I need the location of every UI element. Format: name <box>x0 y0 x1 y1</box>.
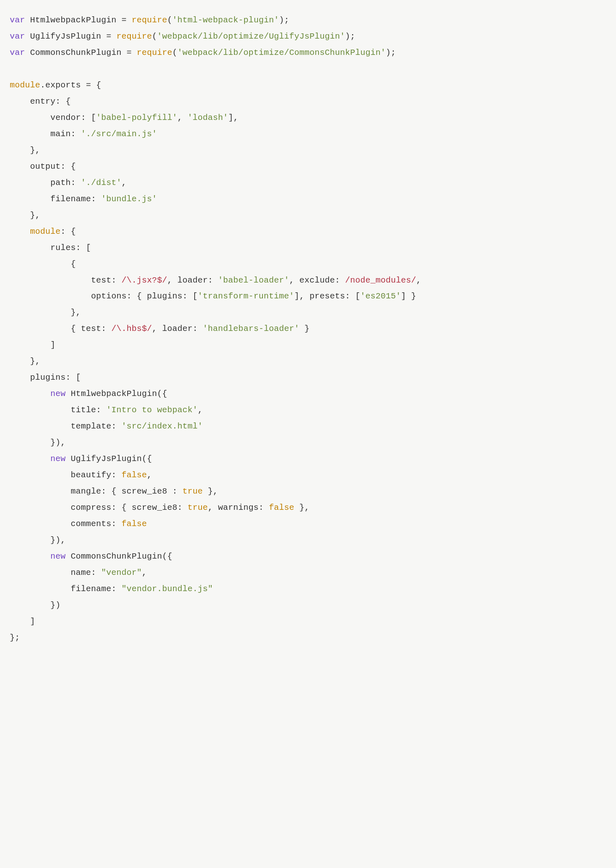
code-token-id: , <box>142 568 147 577</box>
code-token-id: ], <box>228 113 239 122</box>
code-token-id: filename: <box>10 584 121 594</box>
code-token-id: }, <box>10 146 40 155</box>
code-token-fn: require <box>117 32 152 41</box>
code-block: var HtmlwebpackPlugin = require('html-we… <box>10 12 606 646</box>
code-token-id: }, <box>203 487 218 496</box>
code-token-kw: var <box>10 15 25 25</box>
code-token-bool: false <box>121 470 147 480</box>
code-token-fn: require <box>132 15 167 25</box>
code-token-id: , warnings: <box>208 503 269 512</box>
code-token-str: 'webpack/lib/optimize/CommonsChunkPlugin… <box>178 48 386 57</box>
code-token-id: template: <box>10 422 121 431</box>
code-token-id: HtmlwebpackPlugin({ <box>66 389 167 398</box>
code-token-id: ] <box>10 617 35 626</box>
code-token-id: , loader: <box>152 324 203 333</box>
code-token-str: 'src/index.html' <box>121 422 203 431</box>
code-token-mod: module <box>30 227 61 236</box>
code-token-id: test: <box>10 276 121 285</box>
code-token-id: plugins: [ <box>10 373 81 382</box>
code-token-bool: false <box>269 503 295 512</box>
code-token-id: compress: { screw_ie8: <box>10 503 188 512</box>
code-token-re: /\.jsx?$/ <box>121 276 167 285</box>
code-token-str: 'lodash' <box>188 113 228 122</box>
code-token-id: }) <box>10 600 61 610</box>
code-token-punc: ); <box>386 48 396 57</box>
code-token-punc: ( <box>152 32 157 41</box>
code-token-bool: true <box>188 503 208 512</box>
code-token-kw: var <box>10 32 25 41</box>
code-token-id: ], presets: [ <box>294 292 360 301</box>
code-token-new: new <box>50 552 66 561</box>
code-token-id <box>10 454 50 463</box>
code-token-re: /node_modules/ <box>345 276 416 285</box>
code-token-punc: ); <box>345 32 355 41</box>
code-token-id: }), <box>10 438 66 447</box>
code-token-id: , exclude: <box>289 276 345 285</box>
code-token-id <box>10 552 50 561</box>
code-token-kw: var <box>10 48 25 57</box>
code-token-id: vendor: [ <box>10 113 96 122</box>
code-token-id: CommonsChunkPlugin = <box>25 48 137 57</box>
code-token-id: filename: <box>10 194 101 204</box>
code-token-str: 'handlebars-loader' <box>203 324 299 333</box>
code-token-id: ] } <box>401 292 416 301</box>
code-token-id: beautify: <box>10 470 121 480</box>
code-token-id: , <box>147 470 152 480</box>
code-token-str: './src/main.js' <box>81 129 157 139</box>
code-token-str: 'es2015' <box>360 292 401 301</box>
code-token-re: /\.hbs$/ <box>111 324 152 333</box>
code-token-str: 'Intro to webpack' <box>106 405 198 415</box>
code-token-id: UglifyJsPlugin = <box>25 32 117 41</box>
code-token-id: path: <box>10 178 81 187</box>
code-token-id: .exports = { <box>40 80 101 90</box>
code-token-str: 'transform-runtime' <box>198 292 295 301</box>
code-token-id: , loader: <box>167 276 218 285</box>
code-token-id: : { <box>61 227 76 236</box>
code-token-id: , <box>416 276 421 285</box>
code-token-id: CommonsChunkPlugin({ <box>66 552 173 561</box>
code-token-id: }, <box>10 308 81 317</box>
code-token-id: }), <box>10 535 66 545</box>
code-token-mod: module <box>10 80 40 90</box>
code-token-fn: require <box>137 48 173 57</box>
code-token-punc: ); <box>279 15 289 25</box>
code-token-punc: ( <box>167 15 173 25</box>
code-token-id: , <box>121 178 127 187</box>
code-token-id: { <box>10 259 76 269</box>
code-token-id: } <box>299 324 310 333</box>
code-token-bool: true <box>182 487 203 496</box>
code-token-str: "vendor.bundle.js" <box>121 584 213 594</box>
code-token-id: HtmlwebpackPlugin = <box>25 15 132 25</box>
code-token-new: new <box>50 389 66 398</box>
code-token-punc: ( <box>172 48 178 57</box>
code-token-id: comments: <box>10 519 121 529</box>
code-token-str: 'babel-polyfill' <box>96 113 178 122</box>
code-token-str: 'webpack/lib/optimize/UglifyJsPlugin' <box>157 32 345 41</box>
code-token-id: entry: { <box>10 97 71 106</box>
code-token-str: 'html-webpack-plugin' <box>172 15 279 25</box>
code-token-str: './dist' <box>81 178 121 187</box>
code-token-id: , <box>198 405 203 415</box>
code-token-str: 'bundle.js' <box>101 194 157 204</box>
code-token-id: title: <box>10 405 106 415</box>
code-token-id: options: { plugins: [ <box>10 292 198 301</box>
code-token-id: { test: <box>10 324 111 333</box>
code-token-id: }, <box>10 357 40 366</box>
code-token-id: UglifyJsPlugin({ <box>66 454 152 463</box>
code-token-bool: false <box>121 519 147 529</box>
code-token-id <box>10 389 50 398</box>
code-token-id <box>10 227 30 236</box>
code-token-id: output: { <box>10 162 76 171</box>
code-token-id: name: <box>10 568 101 577</box>
code-token-id: mangle: { screw_ie8 : <box>10 487 182 496</box>
code-token-id: , <box>178 113 188 122</box>
code-token-new: new <box>50 454 66 463</box>
code-token-id: rules: [ <box>10 243 91 252</box>
code-token-id: main: <box>10 129 81 139</box>
code-token-str: "vendor" <box>101 568 142 577</box>
code-token-id: }, <box>10 211 40 220</box>
code-token-id: }; <box>10 633 20 642</box>
code-token-str: 'babel-loader' <box>218 276 289 285</box>
code-token-id: }, <box>294 503 310 512</box>
code-token-id: ] <box>10 340 56 350</box>
